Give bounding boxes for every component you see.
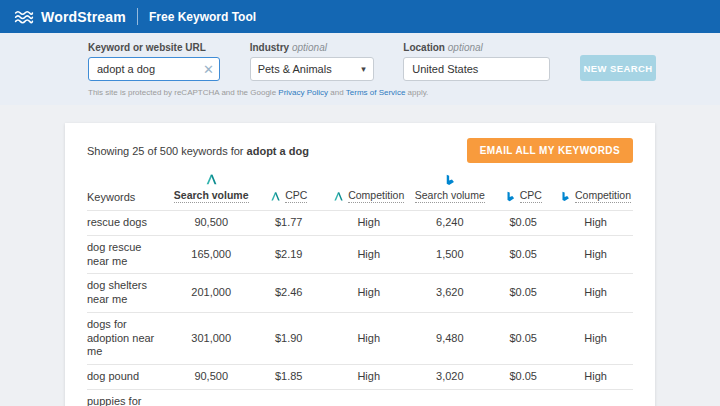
email-keywords-button[interactable]: EMAIL ALL MY KEYWORDS (467, 138, 633, 163)
results-card: Showing 25 of 500 keywords for adopt a d… (65, 123, 655, 406)
bing-search-volume-cell: 6,240 (411, 211, 488, 236)
results-summary-keyword: adopt a dog (247, 145, 309, 157)
results-summary: Showing 25 of 500 keywords for adopt a d… (87, 145, 309, 157)
bing-search-volume-label[interactable]: Search volume (415, 189, 485, 203)
bing-cpc-cell: $0.05 (488, 235, 558, 274)
brand-name: WordStream (41, 9, 126, 25)
location-field: Location optional (403, 42, 550, 81)
google-competition-cell: High (326, 365, 411, 390)
google-ads-icon (205, 173, 218, 186)
bing-icon (560, 191, 571, 202)
terms-of-service-link[interactable]: Terms of Service (346, 88, 406, 97)
bing-cpc-label[interactable]: CPC (520, 189, 542, 203)
industry-label: Industry optional (250, 42, 374, 53)
google-search-volume-label[interactable]: Search volume (174, 189, 249, 203)
google-cpc-cell: $1.77 (251, 211, 326, 236)
bing-competition-cell: High (558, 365, 633, 390)
table-row: puppies for adoption near me110,000$1.44… (87, 389, 633, 406)
google-competition-label[interactable]: Competition (348, 189, 404, 203)
bing-cpc-cell: $0.05 (488, 389, 558, 406)
results-header: Showing 25 of 500 keywords for adopt a d… (87, 138, 633, 163)
location-label: Location optional (403, 42, 550, 53)
google-search-volume-cell: 110,000 (171, 389, 251, 406)
clear-x-icon[interactable]: ✕ (203, 63, 214, 76)
chevron-down-icon: ▾ (361, 64, 366, 74)
main-content: Showing 25 of 500 keywords for adopt a d… (0, 105, 720, 406)
location-optional-hint: optional (448, 42, 483, 53)
google-search-volume-header: Search volume (171, 173, 251, 211)
privacy-policy-link[interactable]: Privacy Policy (278, 88, 328, 97)
bing-search-volume-header: Search volume (411, 173, 488, 211)
keyword-field: Keyword or website URL ✕ (88, 42, 220, 81)
wordstream-logo[interactable]: WordStream (14, 9, 126, 25)
bing-cpc-cell: $0.05 (488, 312, 558, 364)
google-competition-header: Competition (326, 173, 411, 211)
table-row: dog shelters near me201,000$2.46High3,62… (87, 274, 633, 313)
top-navbar: WordStream Free Keyword Tool (0, 0, 720, 33)
new-search-button[interactable]: NEW SEARCH (580, 55, 656, 81)
google-search-volume-cell: 201,000 (171, 274, 251, 313)
google-competition-cell: High (326, 235, 411, 274)
bing-cpc-cell: $0.05 (488, 211, 558, 236)
bing-cpc-cell: $0.05 (488, 274, 558, 313)
bing-competition-cell: High (558, 274, 633, 313)
search-panel: Keyword or website URL ✕ Industry option… (0, 33, 720, 105)
recaptcha-text: This site is protected by reCAPTCHA and … (88, 88, 278, 97)
recaptcha-text: and (328, 88, 346, 97)
keyword-cell: dog shelters near me (87, 274, 171, 313)
industry-field: Industry optional Pets & Animals ▾ (250, 42, 374, 81)
google-search-volume-cell: 90,500 (171, 211, 251, 236)
keyword-label: Keyword or website URL (88, 42, 220, 53)
google-ads-icon (333, 191, 344, 202)
google-competition-cell: High (326, 389, 411, 406)
recaptcha-notice: This site is protected by reCAPTCHA and … (88, 88, 656, 97)
google-cpc-cell: $1.90 (251, 312, 326, 364)
google-cpc-cell: $1.44 (251, 389, 326, 406)
bing-search-volume-cell: 3,620 (411, 274, 488, 313)
google-ads-icon (270, 191, 281, 202)
bing-cpc-cell: $0.05 (488, 365, 558, 390)
google-search-volume-cell: 301,000 (171, 312, 251, 364)
industry-select[interactable]: Pets & Animals ▾ (250, 57, 374, 81)
google-search-volume-cell: 165,000 (171, 235, 251, 274)
table-row: rescue dogs90,500$1.77High6,240$0.05High (87, 211, 633, 236)
bing-search-volume-cell: 9,480 (411, 312, 488, 364)
bing-cpc-header: CPC (488, 173, 558, 211)
google-cpc-cell: $2.46 (251, 274, 326, 313)
table-header-row: Keywords Search volume CPC (87, 173, 633, 211)
bing-search-volume-cell: 50 (411, 389, 488, 406)
recaptcha-text: apply. (405, 88, 428, 97)
industry-selected-value: Pets & Animals (258, 63, 332, 75)
keyword-cell: dog pound (87, 365, 171, 390)
product-title: Free Keyword Tool (149, 10, 256, 24)
header-divider (137, 8, 138, 25)
bing-competition-cell: High (558, 211, 633, 236)
results-summary-text: Showing 25 of 500 keywords for (87, 145, 247, 157)
bing-competition-cell: High (558, 389, 633, 406)
google-cpc-cell: $2.19 (251, 235, 326, 274)
bing-competition-label[interactable]: Competition (575, 189, 631, 203)
keyword-cell: rescue dogs (87, 211, 171, 236)
google-search-volume-cell: 90,500 (171, 365, 251, 390)
keywords-column-header: Keywords (87, 173, 171, 211)
keywords-table: Keywords Search volume CPC (87, 173, 633, 406)
table-row: dog pound90,500$1.85High3,020$0.05High (87, 365, 633, 390)
bing-icon (444, 174, 456, 186)
google-competition-cell: High (326, 211, 411, 236)
bing-competition-cell: High (558, 235, 633, 274)
table-row: dog rescue near me165,000$2.19High1,500$… (87, 235, 633, 274)
location-input[interactable] (403, 57, 550, 81)
google-competition-cell: High (326, 312, 411, 364)
keyword-input[interactable] (88, 57, 220, 81)
bing-icon (505, 191, 516, 202)
search-fields: Keyword or website URL ✕ Industry option… (88, 42, 656, 81)
keyword-input-wrap: ✕ (88, 57, 220, 81)
bing-search-volume-cell: 1,500 (411, 235, 488, 274)
keyword-cell: puppies for adoption near me (87, 389, 171, 406)
bing-search-volume-cell: 3,020 (411, 365, 488, 390)
industry-optional-hint: optional (292, 42, 327, 53)
keywords-table-body: rescue dogs90,500$1.77High6,240$0.05High… (87, 211, 633, 406)
google-cpc-cell: $1.85 (251, 365, 326, 390)
google-cpc-label[interactable]: CPC (285, 189, 307, 203)
table-row: dogs for adoption near me301,000$1.90Hig… (87, 312, 633, 364)
